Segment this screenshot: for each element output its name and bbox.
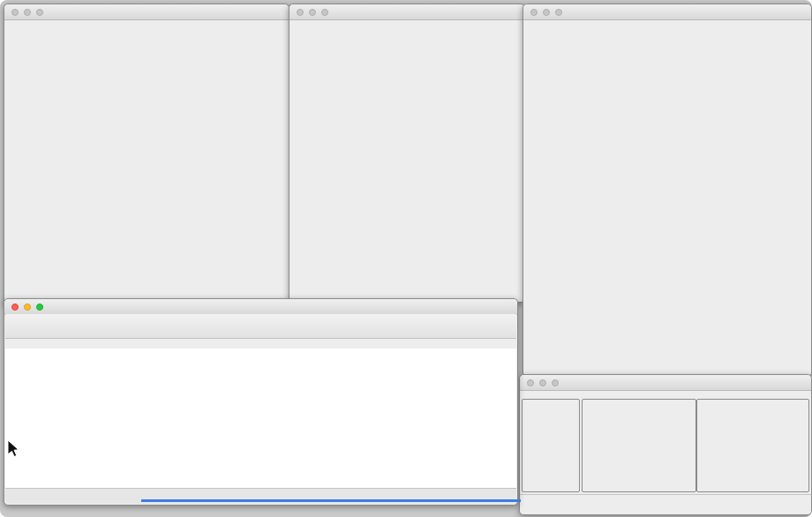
motion-toolbar (5, 314, 516, 339)
frequency-window (289, 4, 525, 303)
building-model (5, 348, 515, 488)
interstory-drift-window (523, 4, 812, 377)
alarms-group (696, 399, 809, 492)
control-window (519, 374, 812, 515)
zoom-button[interactable] (321, 9, 328, 16)
model-canvas[interactable] (5, 348, 516, 489)
visibility-group (582, 399, 696, 492)
close-button[interactable] (527, 379, 534, 386)
close-button[interactable] (11, 303, 19, 311)
zoom-button[interactable] (36, 303, 43, 311)
desktop (0, 0, 812, 517)
operation-group (522, 399, 580, 492)
progress-bar (523, 500, 611, 506)
minimize-button[interactable] (24, 9, 31, 16)
zoom-button[interactable] (555, 9, 562, 16)
close-button[interactable] (11, 9, 19, 16)
minimize-button[interactable] (539, 379, 546, 386)
motion-titlebar (4, 299, 517, 315)
receiving-progress-line (141, 499, 521, 502)
close-button[interactable] (297, 9, 304, 16)
motion-3d-window (4, 298, 518, 506)
minimize-button[interactable] (24, 303, 31, 311)
mouse-cursor (7, 439, 19, 458)
minimize-button[interactable] (309, 9, 316, 16)
zoom-button[interactable] (552, 379, 559, 386)
zoom-button[interactable] (36, 9, 43, 16)
drift-titlebar (523, 4, 811, 20)
frequency-titlebar (289, 4, 524, 20)
minimize-button[interactable] (543, 9, 550, 16)
channels-titlebar (4, 4, 289, 20)
control-titlebar (520, 375, 811, 391)
close-button[interactable] (530, 9, 538, 16)
channels-window (4, 4, 289, 306)
status-bar (520, 494, 811, 513)
